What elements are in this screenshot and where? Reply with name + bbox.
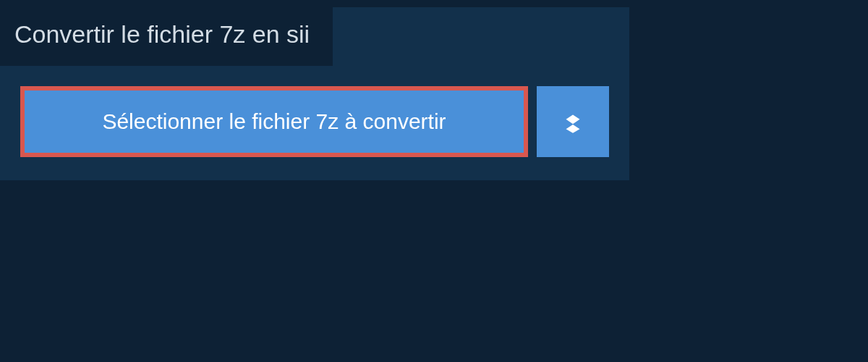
dropbox-button[interactable] — [537, 86, 609, 157]
converter-panel: Convertir le fichier 7z en sii — [0, 7, 629, 66]
upload-panel: Sélectionner le fichier 7z à convertir — [0, 66, 629, 180]
dropbox-icon — [559, 108, 587, 135]
page-title: Convertir le fichier 7z en sii — [0, 7, 333, 66]
page-title-text: Convertir le fichier 7z en sii — [14, 20, 310, 48]
select-file-label: Sélectionner le fichier 7z à convertir — [102, 109, 446, 133]
select-file-button[interactable]: Sélectionner le fichier 7z à convertir — [20, 86, 528, 157]
